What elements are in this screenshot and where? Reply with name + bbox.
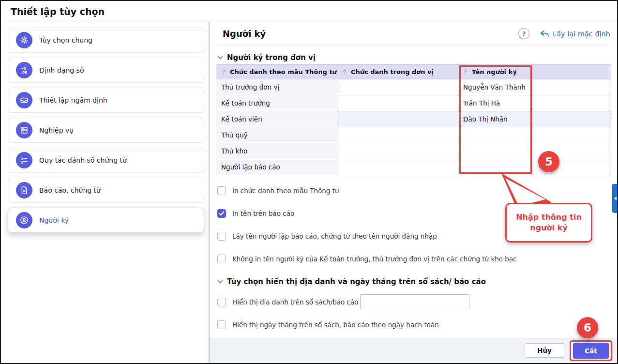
back-arrow-icon	[540, 30, 549, 37]
table-cell[interactable]	[337, 95, 458, 111]
checkbox[interactable]	[217, 186, 226, 195]
display-option-location: Hiển thị địa danh trên sổ sách/báo cáo	[217, 298, 359, 306]
sidebar-item[interactable]: Người ký	[8, 208, 204, 233]
role-cell[interactable]: Người lập báo cáo	[216, 159, 337, 175]
table-row: Kế toán viênĐào Thị Nhân	[216, 111, 611, 127]
display-option-date: Hiển thị ngày tháng trên sổ sách, báo cá…	[217, 320, 439, 329]
main-panel: Người ký ? Lấy lại mặc định Người ký tro…	[210, 22, 617, 363]
checkbox-row: In chức danh theo mẫu Thông tư	[217, 186, 517, 195]
sidebar-item[interactable]: Thiết lập ngầm định	[8, 88, 204, 113]
reset-default-link[interactable]: Lấy lại mặc định	[540, 30, 610, 38]
checkbox[interactable]	[217, 255, 226, 263]
column-label: Tên người ký	[472, 68, 517, 76]
checkbox[interactable]	[217, 232, 226, 241]
sidebar-item-label: Nghiệp vụ	[39, 126, 74, 134]
checkbox[interactable]	[217, 298, 226, 306]
table-header-cell[interactable]: Chức danh trong đơn vị	[337, 65, 458, 79]
panel-title: Người ký	[223, 29, 266, 39]
pin-icon	[463, 69, 468, 75]
role-cell[interactable]: Kế toán trưởng	[216, 95, 337, 111]
pin-icon	[342, 69, 347, 75]
stack-icon	[16, 122, 32, 138]
document-icon	[16, 182, 32, 198]
role-cell[interactable]: Thủ kho	[216, 143, 337, 159]
checkbox-row: In tên trên báo cáo	[217, 209, 517, 218]
column-label: Chức danh trong đơn vị	[351, 68, 434, 76]
footer-bar: Hủy Cất	[210, 338, 617, 363]
checkbox-label: In tên trên báo cáo	[232, 210, 294, 217]
table-row: Thủ quỹ	[216, 127, 611, 143]
dialog-header: Thiết lập tùy chọn	[1, 1, 617, 22]
table-cell[interactable]	[337, 127, 458, 143]
cancel-button[interactable]: Hủy	[525, 343, 564, 358]
pin-icon	[221, 69, 226, 75]
section-display-header[interactable]: Tùy chọn hiển thị địa danh và ngày tháng…	[217, 277, 486, 286]
table-row: Thủ trưởng đơn vịNguyễn Văn Thành	[216, 79, 611, 95]
table-cell[interactable]	[532, 159, 611, 175]
collapse-arrow-icon	[614, 197, 617, 200]
table-cell[interactable]	[337, 79, 458, 95]
number-format-icon: →0.00	[16, 62, 32, 78]
table-header-row: Chức danh theo mẫu Thông tưChức danh tro…	[216, 64, 611, 79]
sidebar-item-label: Báo cáo, chứng từ	[39, 186, 101, 194]
role-cell[interactable]: Thủ quỹ	[216, 127, 337, 143]
checkbox-label: Hiển thị ngày tháng trên sổ sách, báo cá…	[232, 321, 439, 329]
signer-name-cell[interactable]: Trần Thị Hà	[458, 95, 532, 111]
sidebar-item-label: Định dạng số	[39, 66, 84, 74]
sidebar-list: Tùy chọn chung→0.00Định dạng sốThiết lập…	[1, 22, 209, 233]
sidebar-item[interactable]: Tùy chọn chung	[8, 28, 204, 53]
signer-name-cell[interactable]: Đào Thị Nhân	[458, 111, 532, 127]
table-row: Kế toán trưởngTrần Thị Hà	[216, 95, 611, 111]
table-row: Thủ kho	[216, 143, 611, 159]
svg-text:.00: .00	[21, 70, 27, 75]
table-cell[interactable]	[532, 111, 611, 127]
location-input[interactable]	[360, 294, 469, 309]
options-dialog-window: Thiết lập tùy chọn Tùy chọn chung→0.00Đị…	[0, 0, 618, 364]
table-cell[interactable]	[337, 111, 458, 127]
sidebar-item[interactable]: Nghiệp vụ	[8, 118, 204, 143]
chevron-down-icon	[217, 280, 223, 284]
signer-name-cell[interactable]	[458, 143, 532, 159]
svg-text:1: 1	[21, 157, 23, 161]
section-signers-header[interactable]: Người ký trong đơn vị	[217, 53, 316, 62]
help-icon[interactable]: ?	[518, 28, 529, 39]
column-label: Chức danh theo mẫu Thông tư	[230, 68, 337, 76]
checkbox-row: Lấy tên người lập báo cáo, chứng từ theo…	[217, 232, 517, 241]
table-cell[interactable]	[532, 79, 611, 95]
role-cell[interactable]: Kế toán viên	[216, 111, 337, 127]
sidebar: Tùy chọn chung→0.00Định dạng sốThiết lập…	[1, 22, 210, 363]
role-cell[interactable]: Thủ trưởng đơn vị	[216, 79, 337, 95]
sidebar-item-label: Thiết lập ngầm định	[39, 96, 107, 104]
signer-name-cell[interactable]	[458, 127, 532, 143]
checkbox-label: Không in tên người ký của Kế toán trưởng…	[232, 255, 517, 263]
person-icon	[16, 212, 32, 228]
page-title: Thiết lập tùy chọn	[11, 6, 105, 17]
side-panel-toggle[interactable]	[612, 184, 618, 213]
table-header-cell[interactable]	[532, 65, 611, 79]
numbered-list-icon: 12	[16, 152, 32, 168]
table-cell[interactable]	[532, 127, 611, 143]
table-header-cell[interactable]: Tên người ký	[458, 65, 532, 79]
sidebar-item[interactable]: →0.00Định dạng số	[8, 58, 204, 83]
panel-divider	[216, 46, 610, 46]
sidebar-item[interactable]: Báo cáo, chứng từ	[8, 178, 204, 203]
reset-default-label: Lấy lại mặc định	[553, 30, 610, 38]
sidebar-item[interactable]: 12Quy tắc đánh số chứng từ	[8, 148, 204, 173]
save-button[interactable]: Cất	[573, 343, 609, 359]
sidebar-item-label: Quy tắc đánh số chứng từ	[39, 156, 127, 164]
checkbox-row: Không in tên người ký của Kế toán trưởng…	[217, 255, 517, 263]
table-cell[interactable]	[337, 143, 458, 159]
chevron-down-icon	[217, 56, 223, 60]
table-header-cell[interactable]: Chức danh theo mẫu Thông tư	[216, 65, 337, 79]
table-cell[interactable]	[532, 143, 611, 159]
table-cell[interactable]	[532, 95, 611, 111]
signers-table: Chức danh theo mẫu Thông tưChức danh tro…	[216, 64, 611, 175]
checkbox[interactable]	[217, 320, 226, 329]
panel-header-actions: ? Lấy lại mặc định	[518, 28, 610, 39]
signer-name-cell[interactable]	[458, 159, 532, 175]
table-cell[interactable]	[337, 159, 458, 175]
checkbox[interactable]	[217, 209, 226, 218]
default-settings-icon	[16, 92, 32, 108]
signer-name-cell[interactable]: Nguyễn Văn Thành	[458, 79, 532, 95]
section-signers-title: Người ký trong đơn vị	[227, 53, 316, 62]
